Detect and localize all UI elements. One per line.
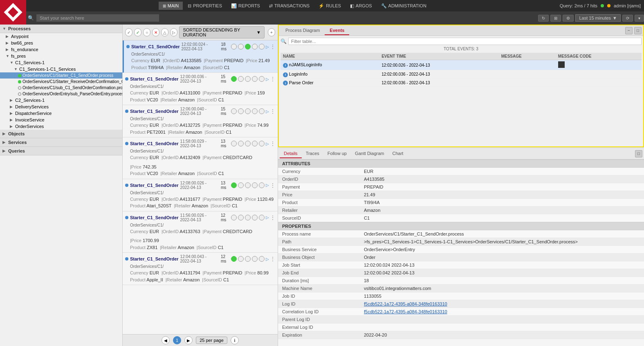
item-duration: 13 ms: [221, 139, 229, 148]
attr-row: SourceID C1: [278, 214, 644, 222]
sidebar-services[interactable]: Services: [0, 138, 122, 147]
list-item[interactable]: Starter_C1_SendOrder 12:08:00.026 - 2022…: [123, 179, 278, 211]
nav-rules[interactable]: ⚡ RULES: [314, 2, 345, 10]
list-item[interactable]: Starter_C1_SendOrder 12:04:00.043 - 2022…: [123, 253, 278, 285]
sidebar-item-c1services-sub[interactable]: C1_Services-1-C1_Services: [0, 66, 122, 72]
sidebar-item-orderservices[interactable]: OrderServices: [0, 123, 122, 130]
sync-btn[interactable]: ↻: [538, 15, 549, 22]
sidebar-item-parseorder[interactable]: OrderServices/OrderEntry/sub_ParseOrderE…: [0, 91, 122, 97]
nav-argos[interactable]: ◧ ARGOS: [346, 2, 376, 10]
play-icon[interactable]: ▷: [266, 77, 269, 81]
events-tab-bar: Process Diagram Events − □: [279, 25, 643, 36]
objects-arrow: [2, 132, 7, 136]
panel-minimize-btn[interactable]: −: [625, 27, 633, 34]
play-icon[interactable]: ▷: [266, 142, 269, 146]
list-item[interactable]: Starter_C1_SendOrder 12:06:00.040 - 2022…: [123, 105, 278, 137]
sidebar-objects[interactable]: Objects: [0, 130, 122, 138]
nav-properties[interactable]: ⊟ PROPERTIES: [184, 2, 226, 10]
sidebar-item-receiveorder[interactable]: OrderServices/C1/Starter_ReceiveOrderCon…: [0, 79, 122, 85]
attr-key: Product: [278, 199, 360, 207]
tab-chart[interactable]: Chart: [388, 149, 407, 158]
detail-panel-btn[interactable]: □: [635, 150, 642, 157]
tab-process-diagram[interactable]: Process Diagram: [280, 26, 325, 35]
menu-icon[interactable]: ⋮: [270, 108, 275, 114]
sidebar-item-invoice[interactable]: InvoiceService: [0, 117, 122, 123]
nav-main[interactable]: ⊞ MAIN: [159, 2, 183, 10]
menu-icon[interactable]: ⋮: [270, 215, 275, 220]
toolbar-circle[interactable]: ○: [143, 28, 150, 36]
events-search-input[interactable]: [288, 38, 642, 45]
log-id-link[interactable]: f5cdb522-1a72-4395-a084-348fe0163310: [364, 301, 447, 306]
info-btn[interactable]: ℹ: [231, 336, 239, 344]
properties-table: Process name OrderServices/C1/Starter_C1…: [278, 230, 644, 339]
toolbar-check-circle[interactable]: ✓: [134, 28, 141, 36]
tab-gantt[interactable]: Gantt Diagram: [351, 149, 388, 158]
prev-page-btn[interactable]: ◀: [162, 336, 170, 344]
toolbar-x-circle[interactable]: ✕: [152, 28, 159, 36]
receiveorder-label: OrderServices/C1/Starter_ReceiveOrderCon…: [22, 79, 122, 84]
prop-key: Business Object: [278, 254, 360, 261]
menu-icon[interactable]: ⋮: [270, 141, 275, 146]
sidebar-item-dispatcher[interactable]: DispatcherService: [0, 110, 122, 117]
per-page-button[interactable]: 25 per page: [196, 337, 227, 344]
nav-transactions[interactable]: ⇄ TRANSACTIONS: [265, 2, 314, 10]
toolbar-warning[interactable]: △: [161, 28, 168, 36]
toolbar-play[interactable]: ▷: [170, 28, 177, 36]
more-btn[interactable]: ▾: [635, 15, 644, 22]
refresh-btn[interactable]: ⟳: [622, 15, 633, 22]
status-c3: [245, 76, 251, 82]
toolbar-check-all[interactable]: ✓: [125, 28, 132, 36]
toolbar-icons: ↻ ⊞ ⚙ Last 15 minutes ▼ ⟳ ▾: [538, 14, 644, 22]
sidebar-processes[interactable]: Processes: [0, 25, 122, 33]
event-message: [499, 79, 556, 87]
panel-maximize-btn[interactable]: □: [634, 27, 642, 34]
play-icon[interactable]: ▷: [266, 109, 269, 114]
nav-reports[interactable]: 📊 REPORTS: [227, 2, 264, 10]
item-time: 12:00:00.036 - 2022-04-13: [180, 74, 218, 83]
prop-val: 12:02:00.042 2022-04-13: [360, 269, 644, 277]
sidebar-item-delivery[interactable]: DeliveryServices: [0, 103, 122, 110]
sidebar-item-c1services[interactable]: C1_Services-1: [0, 59, 122, 66]
next-page-btn[interactable]: ▶: [184, 336, 193, 344]
list-item[interactable]: Starter_C1_SendOrder 11:56:00.026 - 2022…: [123, 211, 278, 253]
play-icon[interactable]: ▷: [266, 45, 269, 49]
event-row[interactable]: i Parse Order 12:02:00.036 - 2022-04-13: [280, 79, 642, 87]
menu-icon[interactable]: ⋮: [270, 76, 275, 82]
toolbar-expand[interactable]: +: [268, 28, 275, 36]
settings-btn[interactable]: ⚙: [563, 15, 574, 22]
prop-row: Parent Log ID: [278, 316, 644, 324]
list-item[interactable]: Starter_C1_SendOrder 12:02:00.024 - 2022…: [123, 40, 278, 73]
sidebar-item-fsend[interactable]: fs_endurance: [0, 46, 122, 53]
menu-icon[interactable]: ⋮: [270, 182, 275, 188]
sidebar-item-c2services[interactable]: C2_Services-1: [0, 97, 122, 103]
sidebar-queries[interactable]: Queries: [0, 147, 122, 155]
play-icon[interactable]: ▷: [266, 183, 269, 187]
tab-events[interactable]: Events: [325, 26, 349, 35]
list-item[interactable]: Starter_C1_SendOrder 12:00:00.036 - 2022…: [123, 73, 278, 105]
nav-administration[interactable]: 🔧 ADMINISTRATION: [377, 2, 431, 10]
events-search-icon: 🔍: [280, 38, 287, 44]
sidebar-item-bw66[interactable]: bw66_pres: [0, 40, 122, 46]
menu-icon[interactable]: ⋮: [270, 256, 275, 262]
play-icon[interactable]: ▷: [266, 215, 269, 220]
play-icon[interactable]: ▷: [266, 257, 269, 261]
event-row[interactable]: i nJAMSLoginInfo 12:02:00.026 - 2022-04-…: [280, 60, 642, 70]
event-row[interactable]: i LoginInfo 12:02:00.036 - 2022-04-13: [280, 70, 642, 79]
tab-followup[interactable]: Follow up: [323, 149, 351, 158]
list-item[interactable]: Starter_C1_SendOrder 11:58:00.029 - 2022…: [123, 137, 278, 179]
tab-traces[interactable]: Traces: [302, 149, 323, 158]
time-filter[interactable]: Last 15 minutes ▼: [575, 14, 621, 22]
sidebar-item-fspres[interactable]: fs_pres: [0, 53, 122, 59]
correlation-log-id-link[interactable]: f5cdb522-1a72-4395-a084-348fe0163310: [364, 309, 447, 314]
tab-details[interactable]: Details: [280, 149, 302, 158]
sidebar-item-sendorder[interactable]: OrderServices/C1/Starter_C1_SendOrder.pr…: [0, 72, 122, 79]
columns-btn[interactable]: ⊞: [550, 15, 561, 22]
status-dot-green: [601, 4, 604, 7]
sort-button[interactable]: SORTED DESCENDING BY DURATION ▼: [179, 26, 264, 38]
sidebar-item-sendconfirm[interactable]: OrderServices/C1/sub_C1_SendOrderConfirm…: [0, 85, 122, 91]
prop-key: Parent Log ID: [278, 316, 360, 324]
sidebar-item-anypoint[interactable]: Anypoint: [0, 33, 122, 40]
menu-icon[interactable]: ⋮: [270, 44, 275, 49]
status-indicator: [125, 257, 128, 261]
search-input[interactable]: [36, 14, 159, 22]
